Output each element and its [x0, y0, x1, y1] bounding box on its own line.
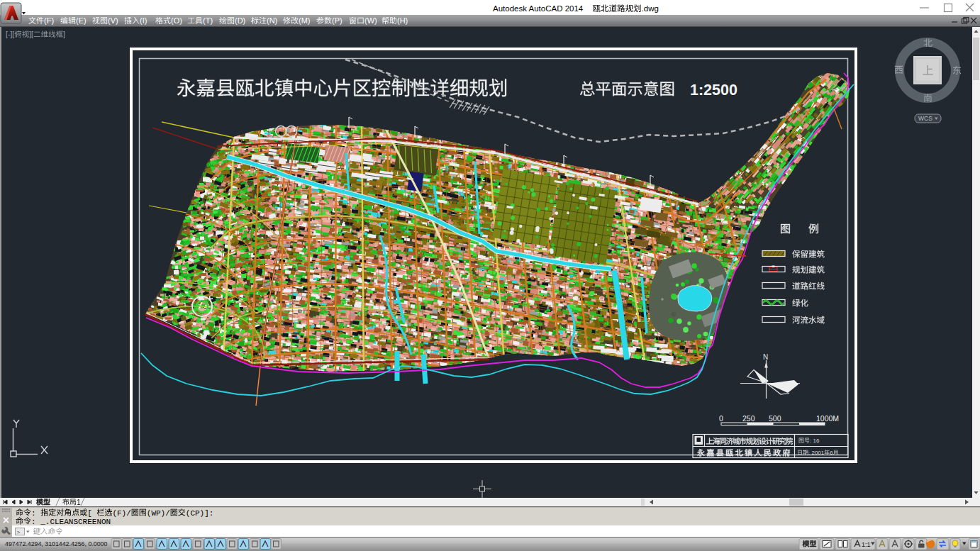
svg-text:(CP)]:: (CP)]:	[186, 509, 214, 518]
svg-text:500: 500	[769, 414, 781, 423]
svg-text:][: ][	[29, 30, 33, 38]
svg-text:(F)/: (F)/	[112, 509, 130, 518]
svg-text:(W): (W)	[364, 16, 377, 25]
svg-text:(O): (O)	[171, 16, 182, 25]
svg-text:(P): (P)	[332, 16, 343, 25]
svg-text::: :	[31, 509, 36, 518]
svg-text:N: N	[763, 353, 768, 361]
svg-text:: 16: : 16	[810, 438, 820, 444]
svg-text:(I): (I)	[140, 16, 147, 25]
svg-text:(H): (H)	[397, 16, 408, 25]
svg-text:[: [	[87, 509, 92, 518]
svg-text:(M): (M)	[299, 16, 311, 25]
svg-text:(D): (D)	[235, 16, 245, 25]
svg-text:250: 250	[742, 414, 755, 423]
svg-text:]: ]	[63, 30, 65, 38]
svg-text:(E): (E)	[76, 16, 87, 25]
svg-text:WCS: WCS	[918, 115, 932, 122]
svg-text:>: >	[17, 529, 21, 535]
svg-text:497472.4294, 3101442.4256, 0.0: 497472.4294, 3101442.4256, 0.0000	[5, 540, 107, 547]
svg-text:(T): (T)	[203, 16, 213, 25]
svg-text:: _.CLEANSCREENON: : _.CLEANSCREENON	[31, 518, 111, 526]
svg-text:(N): (N)	[267, 16, 277, 25]
svg-text:1:1: 1:1	[862, 541, 871, 548]
svg-text:0: 0	[719, 414, 723, 423]
svg-text:(V): (V)	[108, 16, 118, 25]
svg-text:6: 6	[830, 450, 833, 456]
svg-text:(WP)/: (WP)/	[147, 509, 170, 518]
svg-text:: 2001: : 2001	[808, 450, 825, 456]
svg-text:1000M: 1000M	[816, 414, 839, 423]
svg-text:[-][: [-][	[6, 30, 14, 38]
svg-text:Autodesk AutoCAD 2014: Autodesk AutoCAD 2014	[493, 4, 584, 13]
svg-text:.dwg: .dwg	[642, 4, 659, 13]
svg-text:1: 1	[77, 499, 81, 506]
svg-text:(F): (F)	[44, 16, 54, 25]
svg-text:1:2500: 1:2500	[690, 82, 737, 99]
